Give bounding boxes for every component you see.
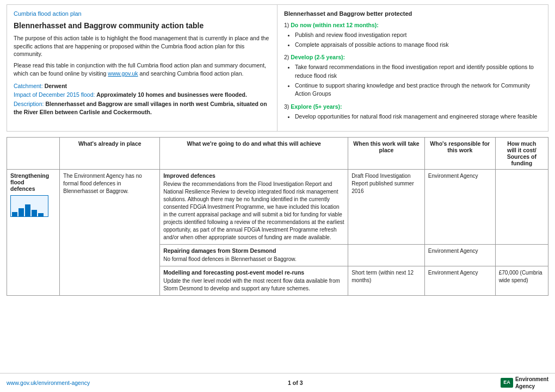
section3-bullets: Develop opportunities for natural flood … bbox=[295, 113, 541, 121]
achieve-cell-3: Modelling and forecasting post-event mod… bbox=[160, 266, 348, 295]
s2-bullet-1: Take forward recommendations in the floo… bbox=[295, 63, 541, 80]
footer-logo: EA Environment Agency bbox=[501, 376, 548, 390]
who-cell-1: Environment Agency bbox=[424, 169, 495, 244]
section1-num: 1) bbox=[284, 22, 289, 28]
community-title: Blennerhasset and Baggrow community acti… bbox=[14, 21, 270, 30]
achieve-cell-1: Improved defences Review the recommendat… bbox=[160, 169, 348, 244]
section2-num: 2) bbox=[284, 54, 289, 60]
impact-label: Impact of December 2015 flood: bbox=[14, 91, 95, 98]
section2-bullets: Take forward recommendations in the floo… bbox=[295, 63, 541, 98]
s1-bullet-1: Publish and review flood investigation r… bbox=[295, 31, 541, 40]
footer-url: www.gov.uk/environment-agency bbox=[7, 379, 90, 386]
gov-link[interactable]: www.gov.uk bbox=[108, 70, 138, 77]
s2-bullet-2: Continue to support sharing knowledge an… bbox=[295, 82, 541, 99]
section2-heading: Develop (2-5 years): bbox=[291, 54, 345, 60]
when-cell-1: Draft Flood Investigation Report publish… bbox=[348, 169, 425, 244]
section-2: 2) Develop (2-5 years): Take forward rec… bbox=[284, 53, 541, 98]
description-p2-suffix: and searching Cumbria flood action plan. bbox=[138, 70, 244, 77]
catchment-value: Derwent bbox=[45, 83, 67, 89]
category-cell: Strengthening flood defences bbox=[7, 169, 60, 295]
cost-cell-1 bbox=[495, 169, 548, 244]
who-cell-2: Environment Agency bbox=[424, 244, 495, 266]
description-p1: The purpose of this action table is to h… bbox=[14, 34, 270, 58]
logo-text: Environment Agency bbox=[515, 376, 548, 390]
section1-bullets: Publish and review flood investigation r… bbox=[295, 31, 541, 49]
logo-icon: EA bbox=[501, 378, 513, 388]
who-cell-3: Environment Agency bbox=[424, 266, 495, 295]
section3-num: 3) bbox=[284, 103, 289, 110]
th-who: Who's responsible for this work bbox=[424, 137, 495, 169]
table-header-row: What's already in place What we're going… bbox=[7, 137, 548, 169]
impact-row: Impact of December 2015 flood: Approxima… bbox=[14, 91, 270, 98]
main-table: What's already in place What we're going… bbox=[7, 137, 548, 296]
right-panel-title: Blennerhasset and Baggrow better protect… bbox=[284, 10, 541, 17]
already-cell: The Environment Agency has no formal flo… bbox=[60, 169, 160, 295]
s3-bullet-1: Develop opportunities for natural flood … bbox=[295, 113, 541, 121]
top-left-panel: Cumbria flood action plan Blennerhasset … bbox=[7, 5, 278, 131]
description-p2: Please read this table in conjunction wi… bbox=[14, 61, 270, 77]
section3-heading: Explore (5+ years): bbox=[291, 103, 342, 110]
footer-page: 1 of 3 bbox=[288, 379, 303, 386]
section-1: 1) Do now (within next 12 months): Publi… bbox=[284, 21, 541, 49]
when-cell-3: Short term (within next 12 months) bbox=[348, 266, 425, 295]
th-category bbox=[7, 137, 60, 169]
top-right-panel: Blennerhasset and Baggrow better protect… bbox=[278, 5, 548, 131]
description-row: Description: Blennerhasset and Baggrow a… bbox=[14, 100, 270, 116]
impact-value: Approximately 10 homes and businesses we… bbox=[96, 91, 247, 98]
table-row-strengthening-1: Strengthening flood defences The Environ… bbox=[7, 169, 548, 244]
th-when: When this work will take place bbox=[348, 137, 425, 169]
achieve-cell-2: Repairing damages from Storm Desmond No … bbox=[160, 244, 348, 266]
flood-defence-chart bbox=[10, 195, 48, 217]
catchment-label: Catchment: bbox=[14, 83, 43, 89]
section1-heading: Do now (within next 12 months): bbox=[291, 22, 379, 28]
th-already: What's already in place bbox=[60, 137, 160, 169]
plan-title: Cumbria flood action plan bbox=[14, 10, 270, 17]
catchment-row: Catchment: Derwent bbox=[14, 83, 270, 89]
when-cell-2 bbox=[348, 244, 425, 266]
page-footer: www.gov.uk/environment-agency 1 of 3 EA … bbox=[0, 373, 555, 392]
desc-value: Blennerhasset and Baggrow are small vill… bbox=[14, 101, 267, 115]
cost-cell-2 bbox=[495, 244, 548, 266]
s1-bullet-2: Complete appraisals of possible actions … bbox=[295, 41, 541, 49]
top-info-section: Cumbria flood action plan Blennerhasset … bbox=[7, 4, 548, 132]
th-achieve: What we're going to do and what this wil… bbox=[160, 137, 348, 169]
cost-cell-3: £70,000 (Cumbria wide spend) bbox=[495, 266, 548, 295]
desc-label: Description: bbox=[14, 101, 44, 107]
th-cost: How much will it cost/ Sources of fundin… bbox=[495, 137, 548, 169]
section-3: 3) Explore (5+ years): Develop opportuni… bbox=[284, 103, 541, 121]
